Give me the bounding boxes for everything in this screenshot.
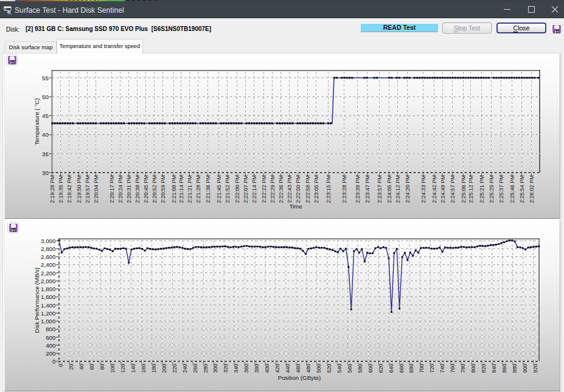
svg-text:2:22:43 PM: 2:22:43 PM xyxy=(287,175,293,203)
svg-text:2:21:28 PM: 2:21:28 PM xyxy=(195,175,201,203)
svg-text:3,000: 3,000 xyxy=(41,238,56,244)
svg-text:2:20:17 PM: 2:20:17 PM xyxy=(109,175,115,203)
svg-text:2:19:28 PM: 2:19:28 PM xyxy=(49,175,55,203)
svg-text:2:23:57 PM: 2:23:57 PM xyxy=(377,175,383,203)
svg-text:2:19:42 PM: 2:19:42 PM xyxy=(66,175,72,203)
svg-text:140: 140 xyxy=(130,364,136,373)
svg-text:480: 480 xyxy=(305,364,312,373)
svg-text:1,600: 1,600 xyxy=(41,294,56,300)
svg-text:880: 880 xyxy=(512,364,518,373)
svg-text:820: 820 xyxy=(481,364,487,373)
svg-text:2:20:31 PM: 2:20:31 PM xyxy=(126,175,132,203)
svg-text:2:22:50 PM: 2:22:50 PM xyxy=(295,175,301,203)
svg-text:540: 540 xyxy=(336,364,343,373)
svg-text:2,800: 2,800 xyxy=(41,246,56,252)
svg-text:2:25:21 PM: 2:25:21 PM xyxy=(479,175,485,203)
svg-text:860: 860 xyxy=(501,364,507,373)
svg-text:2:24:49 PM: 2:24:49 PM xyxy=(440,175,446,203)
svg-text:2:22:00 PM: 2:22:00 PM xyxy=(234,175,240,203)
svg-text:220: 220 xyxy=(172,364,178,373)
svg-text:400: 400 xyxy=(264,364,270,373)
svg-text:2:19:50 PM: 2:19:50 PM xyxy=(76,175,82,203)
svg-text:2:22:36 PM: 2:22:36 PM xyxy=(278,175,284,203)
svg-text:400: 400 xyxy=(46,342,56,349)
svg-text:35: 35 xyxy=(42,151,49,157)
svg-text:2:25:12 PM: 2:25:12 PM xyxy=(468,175,474,203)
svg-text:0: 0 xyxy=(52,358,56,365)
svg-text:600: 600 xyxy=(367,364,374,373)
svg-text:380: 380 xyxy=(254,364,260,373)
svg-text:40: 40 xyxy=(42,131,49,138)
svg-text:340: 340 xyxy=(233,364,239,373)
svg-text:840: 840 xyxy=(491,364,497,373)
svg-text:2:20:04 PM: 2:20:04 PM xyxy=(93,175,99,203)
svg-text:180: 180 xyxy=(151,364,157,373)
svg-text:Disk Performance (MB/s): Disk Performance (MB/s) xyxy=(33,267,40,333)
svg-text:2:23:39 PM: 2:23:39 PM xyxy=(355,175,361,203)
svg-text:2:24:33 PM: 2:24:33 PM xyxy=(420,175,426,203)
svg-text:2:19:57 PM: 2:19:57 PM xyxy=(85,175,91,203)
svg-text:2:22:29 PM: 2:22:29 PM xyxy=(270,175,276,203)
svg-text:160: 160 xyxy=(141,364,147,373)
svg-text:2:23:28 PM: 2:23:28 PM xyxy=(341,175,347,203)
svg-text:2:25:54 PM: 2:25:54 PM xyxy=(519,175,525,203)
svg-text:2:26:02 PM: 2:26:02 PM xyxy=(529,175,535,203)
svg-text:2:22:58 PM: 2:22:58 PM xyxy=(305,175,311,203)
svg-text:2:22:22 PM: 2:22:22 PM xyxy=(261,175,267,203)
svg-text:1,200: 1,200 xyxy=(41,310,56,317)
svg-text:620: 620 xyxy=(378,364,384,373)
svg-text:2:25:46 PM: 2:25:46 PM xyxy=(509,175,515,203)
svg-text:2:21:08 PM: 2:21:08 PM xyxy=(171,175,177,203)
svg-text:2:23:47 PM: 2:23:47 PM xyxy=(364,175,371,203)
svg-text:1,400: 1,400 xyxy=(41,302,56,309)
svg-text:2:24:57 PM: 2:24:57 PM xyxy=(450,175,456,203)
svg-text:2:24:05 PM: 2:24:05 PM xyxy=(386,175,392,203)
svg-text:100: 100 xyxy=(110,364,116,373)
svg-text:780: 780 xyxy=(460,364,466,373)
svg-text:280: 280 xyxy=(203,364,209,373)
svg-text:2:21:14 PM: 2:21:14 PM xyxy=(178,175,184,203)
svg-text:2:24:12 PM: 2:24:12 PM xyxy=(395,175,401,203)
svg-text:80: 80 xyxy=(99,364,105,370)
svg-text:720: 720 xyxy=(429,364,435,373)
svg-text:600: 600 xyxy=(46,334,56,341)
svg-text:2:23:05 PM: 2:23:05 PM xyxy=(313,175,319,203)
svg-text:660: 660 xyxy=(399,364,405,373)
svg-text:2:22:14 PM: 2:22:14 PM xyxy=(251,175,257,203)
svg-text:360: 360 xyxy=(243,364,249,373)
svg-text:2,400: 2,400 xyxy=(41,261,56,268)
svg-text:0: 0 xyxy=(58,364,64,367)
svg-text:40: 40 xyxy=(78,364,85,370)
svg-text:55: 55 xyxy=(42,75,49,81)
svg-text:560: 560 xyxy=(347,364,353,373)
svg-text:Position (GByte): Position (GByte) xyxy=(278,374,321,381)
svg-text:900: 900 xyxy=(522,364,528,373)
svg-text:2:20:59 PM: 2:20:59 PM xyxy=(160,175,166,203)
svg-text:2:24:20 PM: 2:24:20 PM xyxy=(405,175,411,203)
svg-text:45: 45 xyxy=(42,112,49,119)
svg-text:2,200: 2,200 xyxy=(41,270,56,277)
svg-text:680: 680 xyxy=(408,364,414,373)
svg-text:420: 420 xyxy=(274,364,280,373)
svg-text:2:20:38 PM: 2:20:38 PM xyxy=(134,175,141,203)
svg-text:320: 320 xyxy=(223,364,229,373)
svg-text:200: 200 xyxy=(46,350,56,357)
svg-text:2:20:24 PM: 2:20:24 PM xyxy=(117,175,124,203)
svg-text:2:20:45 PM: 2:20:45 PM xyxy=(143,175,149,203)
svg-text:800: 800 xyxy=(470,364,476,373)
svg-text:200: 200 xyxy=(161,364,167,373)
svg-text:580: 580 xyxy=(357,364,363,373)
svg-text:300: 300 xyxy=(212,364,218,373)
svg-text:500: 500 xyxy=(316,364,322,373)
svg-text:2:24:42 PM: 2:24:42 PM xyxy=(431,175,437,203)
svg-text:50: 50 xyxy=(42,94,49,100)
svg-text:1,000: 1,000 xyxy=(41,318,56,325)
svg-text:Temperature ( °C): Temperature ( °C) xyxy=(33,98,40,145)
svg-text:2:21:52 PM: 2:21:52 PM xyxy=(225,175,231,203)
svg-text:800: 800 xyxy=(46,326,56,332)
svg-text:2:20:52 PM: 2:20:52 PM xyxy=(151,175,158,203)
svg-text:760: 760 xyxy=(450,364,456,373)
svg-text:640: 640 xyxy=(388,364,394,373)
svg-text:2:25:37 PM: 2:25:37 PM xyxy=(498,175,504,203)
svg-text:20: 20 xyxy=(68,364,74,370)
